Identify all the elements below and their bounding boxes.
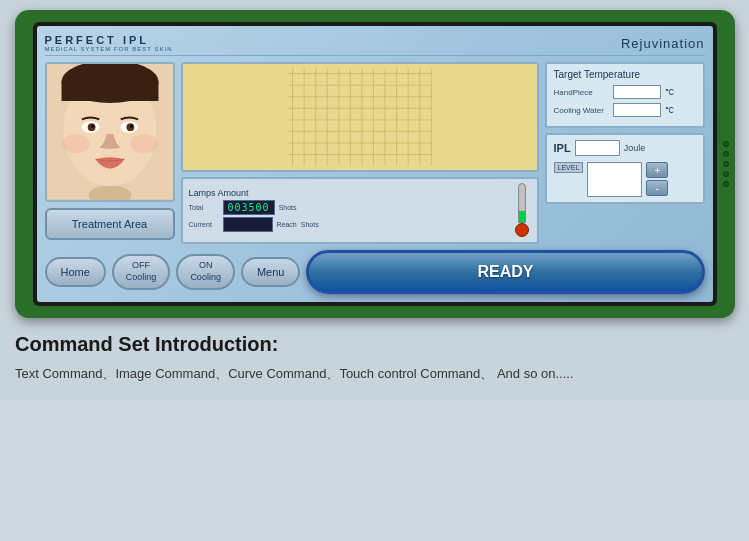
screw-dot: [723, 141, 729, 147]
screen-bezel: PERFECT IPL MEDICAL SYSTEM FOR BEST SKIN…: [33, 22, 717, 306]
screw-dot: [723, 181, 729, 187]
brand-title: PERFECT IPL: [45, 34, 173, 46]
thermo-fill: [519, 211, 525, 222]
screw-dot: [723, 151, 729, 157]
device: PERFECT IPL MEDICAL SYSTEM FOR BEST SKIN…: [15, 10, 735, 318]
lamps-total-unit: Shots: [279, 204, 297, 211]
lcd-screen: PERFECT IPL MEDICAL SYSTEM FOR BEST SKIN…: [37, 26, 713, 302]
level-minus-button[interactable]: -: [646, 180, 668, 196]
target-temp-box: Target Temperature HandPiece ℃ Cooling W…: [545, 62, 705, 128]
svg-rect-13: [282, 64, 436, 170]
main-content: Treatment Area: [45, 62, 705, 244]
ipl-label: IPL: [554, 142, 571, 154]
handpiece-input[interactable]: [613, 85, 661, 99]
ipl-box: IPL Joule LEVEL + -: [545, 133, 705, 204]
lamps-reach-label: Reach: [277, 221, 297, 228]
grid-svg: [183, 64, 537, 170]
screen-title: Rejuvination: [621, 36, 705, 51]
treatment-area-button[interactable]: Treatment Area: [45, 208, 175, 240]
off-cooling-line2: Cooling: [126, 272, 157, 284]
thermometer: [513, 183, 531, 238]
lamps-total-value: 003500: [223, 200, 275, 215]
handpiece-row: HandPiece ℃: [554, 85, 696, 99]
ipl-input[interactable]: [575, 140, 620, 156]
svg-rect-4: [61, 82, 158, 101]
ready-button[interactable]: READY: [306, 250, 704, 294]
screw-dot: [723, 171, 729, 177]
handpiece-label: HandPiece: [554, 88, 609, 97]
level-section: LEVEL + -: [554, 162, 696, 197]
level-display: [587, 162, 642, 197]
menu-button[interactable]: Menu: [241, 257, 301, 287]
page-wrapper: PERFECT IPL MEDICAL SYSTEM FOR BEST SKIN…: [0, 0, 749, 400]
level-buttons: + -: [646, 162, 668, 196]
photo-area: Treatment Area: [45, 62, 175, 244]
face-svg: [47, 64, 173, 200]
brand-subtitle: MEDICAL SYSTEM FOR BEST SKIN: [45, 46, 173, 52]
level-plus-button[interactable]: +: [646, 162, 668, 178]
svg-point-10: [129, 125, 132, 128]
grid-area: [181, 62, 539, 172]
lamps-current-unit: Shots: [301, 221, 319, 228]
ipl-row: IPL Joule: [554, 140, 696, 156]
right-panel: Target Temperature HandPiece ℃ Cooling W…: [545, 62, 705, 244]
lamps-box: Lamps Amount Total 003500 Shots Current: [181, 177, 539, 244]
bottom-buttons: Home OFF Cooling ON Cooling Menu READY: [45, 250, 705, 294]
face-photo: [45, 62, 175, 202]
target-temp-title: Target Temperature: [554, 69, 696, 80]
lamps-inner: Lamps Amount Total 003500 Shots Current: [189, 188, 507, 234]
lamps-current-label: Current: [189, 221, 219, 228]
bottom-body: Text Command、Image Command、Curve Command…: [15, 364, 734, 385]
cooling-water-row: Cooling Water ℃: [554, 103, 696, 117]
svg-point-11: [62, 134, 89, 153]
thermo-tube: [518, 183, 526, 223]
brand-block: PERFECT IPL MEDICAL SYSTEM FOR BEST SKIN: [45, 34, 173, 52]
lamps-current-row: Current Reach Shots: [189, 217, 507, 232]
off-cooling-line1: OFF: [126, 260, 157, 272]
handpiece-unit: ℃: [665, 88, 674, 97]
off-cooling-button[interactable]: OFF Cooling: [112, 254, 171, 289]
thermo-bulb: [515, 223, 529, 237]
on-cooling-line1: ON: [190, 260, 221, 272]
lamps-total-row: Total 003500 Shots: [189, 200, 507, 215]
cooling-water-input[interactable]: [613, 103, 661, 117]
cooling-water-label: Cooling Water: [554, 106, 609, 115]
cooling-water-unit: ℃: [665, 106, 674, 115]
lamps-title: Lamps Amount: [189, 188, 507, 198]
level-label: LEVEL: [554, 162, 584, 173]
bottom-text-section: Command Set Introduction: Text Command、I…: [10, 318, 739, 390]
on-cooling-button[interactable]: ON Cooling: [176, 254, 235, 289]
bottom-heading: Command Set Introduction:: [15, 333, 734, 356]
ipl-unit: Joule: [624, 143, 646, 153]
svg-point-9: [91, 125, 94, 128]
lamps-current-value: [223, 217, 273, 232]
center-panel: Lamps Amount Total 003500 Shots Current: [181, 62, 539, 244]
screw-dots: [723, 141, 729, 187]
home-button[interactable]: Home: [45, 257, 106, 287]
header-bar: PERFECT IPL MEDICAL SYSTEM FOR BEST SKIN…: [45, 34, 705, 56]
svg-point-12: [130, 134, 157, 153]
lamps-total-label: Total: [189, 204, 219, 211]
on-cooling-line2: Cooling: [190, 272, 221, 284]
screw-dot: [723, 161, 729, 167]
